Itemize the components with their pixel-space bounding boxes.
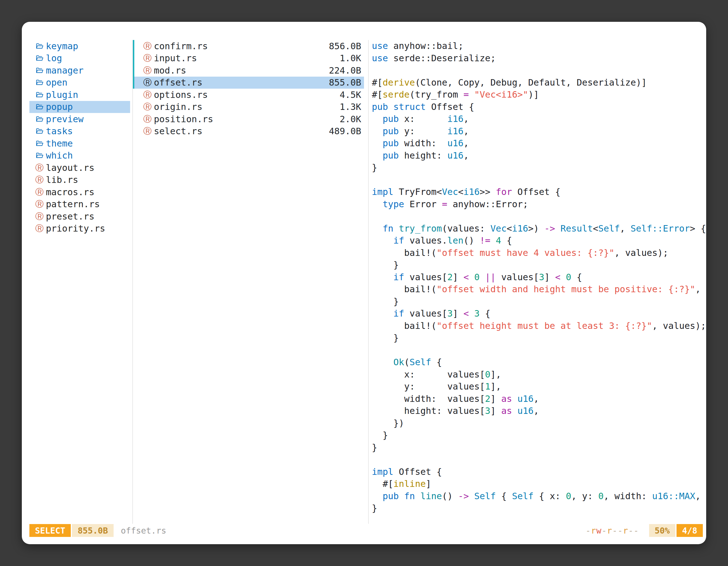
permission-char: r: [623, 526, 628, 536]
file-item-macros.rs[interactable]: Ⓡ macros.rs: [29, 186, 130, 198]
file-item-offset.rs[interactable]: Ⓡ offset.rs 855.0B: [133, 77, 364, 89]
folder-icon: [35, 54, 44, 62]
code-token: }: [372, 332, 399, 343]
code-token: "offset height must be at least 3: {:?}": [436, 320, 652, 331]
code-token: 0: [474, 272, 480, 283]
item-size: 855.0B: [329, 77, 361, 88]
code-line: x: values[0],: [372, 368, 706, 381]
dir-item-log[interactable]: log: [29, 52, 130, 65]
code-token: ]: [426, 478, 431, 489]
code-token: [372, 235, 393, 246]
file-item-confirm.rs[interactable]: Ⓡ confirm.rs 856.0B: [133, 40, 364, 52]
code-token: , height:: [695, 491, 706, 501]
code-token: [469, 491, 474, 501]
code-line: width: values[2] as u16,: [372, 393, 706, 405]
code-token: 2: [485, 393, 490, 404]
code-line: pub x: i16,: [372, 113, 706, 125]
folder-icon: [35, 115, 44, 123]
code-token: >>: [480, 187, 496, 197]
code-token: [372, 114, 383, 124]
code-token: use: [372, 41, 388, 51]
code-token: bail!(: [372, 320, 436, 331]
file-item-mod.rs[interactable]: Ⓡ mod.rs 224.0B: [133, 64, 364, 77]
file-item-pattern.rs[interactable]: Ⓡ pattern.rs: [29, 198, 130, 211]
item-label: position.rs: [154, 114, 213, 125]
code-token: Vec: [490, 223, 507, 234]
file-item-options.rs[interactable]: Ⓡ options.rs 4.5K: [133, 89, 364, 101]
code-token: , values);: [652, 320, 706, 331]
code-line: Ok(Self {: [372, 356, 706, 368]
folder-icon: [35, 67, 44, 74]
rust-file-icon: Ⓡ: [35, 200, 44, 208]
dir-item-which[interactable]: which: [29, 150, 130, 162]
code-token: [372, 308, 393, 319]
code-token: Offset {: [426, 102, 474, 112]
file-item-select.rs[interactable]: Ⓡ select.rs 489.0B: [133, 125, 364, 138]
item-label: confirm.rs: [154, 41, 208, 51]
code-token: i16: [512, 223, 528, 234]
code-token: {: [571, 272, 582, 283]
code-line: if values.len() != 4 {: [372, 235, 706, 247]
selection-marker: [132, 40, 134, 52]
code-token: ,: [464, 114, 469, 124]
code-token: TryFrom<: [393, 187, 442, 197]
file-item-input.rs[interactable]: Ⓡ input.rs 1.0K: [133, 52, 364, 65]
code-line: [372, 174, 706, 186]
code-token: y:: [399, 126, 447, 137]
code-line: y: values[1],: [372, 380, 706, 393]
code-token: [490, 235, 496, 246]
code-token: [469, 272, 474, 283]
dir-item-plugin[interactable]: plugin: [29, 89, 130, 101]
dir-item-keymap[interactable]: keymap: [29, 40, 130, 52]
dir-item-open[interactable]: open: [29, 77, 130, 89]
code-line: #[inline]: [372, 478, 706, 490]
code-line: #[serde(try_from = "Vec<i16>")]: [372, 89, 706, 101]
item-label: pattern.rs: [46, 199, 100, 210]
code-token: pub fn: [383, 491, 415, 501]
code-token: 0: [485, 369, 490, 380]
dir-item-theme[interactable]: theme: [29, 137, 130, 150]
code-token: anyhow::Error;: [447, 199, 528, 210]
code-line: [372, 210, 706, 223]
item-label: input.rs: [154, 53, 197, 64]
code-token: ],: [490, 369, 501, 380]
code-line: pub struct Offset {: [372, 101, 706, 113]
code-token: width: values[: [372, 393, 485, 404]
code-token: 0: [598, 491, 603, 501]
code-line: if values[2] < 0 || values[3] < 0 {: [372, 271, 706, 283]
code-token: try_from: [399, 223, 442, 234]
code-line: if values[3] < 3 {: [372, 307, 706, 320]
dir-item-preview[interactable]: preview: [29, 113, 130, 125]
code-token: }: [372, 296, 399, 307]
code-line: bail!("offset must have 4 values: {:?}",…: [372, 247, 706, 259]
code-token: i16: [447, 126, 464, 137]
code-token: #[: [372, 77, 383, 88]
code-line: }): [372, 417, 706, 429]
dir-item-manager[interactable]: manager: [29, 64, 130, 77]
file-item-lib.rs[interactable]: Ⓡ lib.rs: [29, 174, 130, 186]
code-token: }: [372, 430, 388, 440]
folder-icon: [35, 42, 44, 50]
code-line: pub width: u16,: [372, 137, 706, 150]
code-token: }: [372, 442, 377, 453]
permission-char: -: [628, 526, 634, 536]
code-token: ],: [490, 381, 501, 392]
dir-item-popup[interactable]: popup: [29, 101, 130, 113]
file-item-priority.rs[interactable]: Ⓡ priority.rs: [29, 223, 130, 235]
code-line: bail!("offset width and height must be p…: [372, 283, 706, 295]
dir-item-tasks[interactable]: tasks: [29, 125, 130, 138]
scroll-percent-badge: 50%: [649, 524, 675, 537]
item-size: 2.0K: [340, 114, 361, 125]
file-item-layout.rs[interactable]: Ⓡ layout.rs: [29, 162, 130, 174]
code-token: ]: [544, 272, 555, 283]
file-item-position.rs[interactable]: Ⓡ position.rs 2.0K: [133, 113, 364, 125]
code-token: {: [496, 491, 512, 501]
code-token: 2: [447, 272, 453, 283]
code-token: ,: [620, 223, 631, 234]
code-token: [393, 223, 399, 234]
file-item-preset.rs[interactable]: Ⓡ preset.rs: [29, 210, 130, 223]
code-token: Self::Error: [631, 223, 690, 234]
file-item-origin.rs[interactable]: Ⓡ origin.rs 1.3K: [133, 101, 364, 113]
code-token: 0: [566, 491, 571, 501]
code-line: height: values[3] as u16,: [372, 405, 706, 417]
